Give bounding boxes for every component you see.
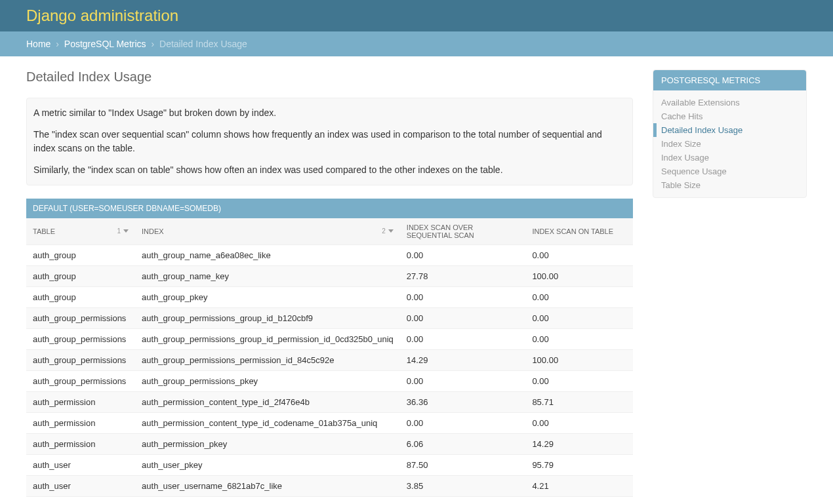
sort-priority: 1	[117, 227, 121, 235]
cell-scan_table: 14.29	[525, 434, 633, 455]
sidebar-item: Cache Hits	[653, 109, 806, 123]
breadcrumb-separator: ›	[56, 39, 59, 49]
cell-scan_table: 0.00	[525, 308, 633, 329]
table-row: auth_group_permissionsauth_group_permiss…	[26, 329, 633, 350]
cell-scan_table: 100.00	[525, 266, 633, 287]
cell-scan_table: 0.00	[525, 245, 633, 266]
cell-scan_seq: 87.50	[400, 455, 526, 476]
column-header-index[interactable]: INDEX 2	[135, 218, 400, 245]
sidebar-link[interactable]: Sequence Usage	[661, 166, 727, 176]
cell-table: auth_permission	[26, 413, 135, 434]
cell-table: auth_group_permissions	[26, 350, 135, 371]
sidebar-link[interactable]: Index Size	[661, 139, 701, 149]
breadcrumb-home[interactable]: Home	[26, 39, 51, 49]
table-row: auth_group_permissionsauth_group_permiss…	[26, 308, 633, 329]
sort-desc-icon	[123, 229, 129, 233]
sidebar-module: POSTGRESQL METRICS Available ExtensionsC…	[653, 69, 807, 198]
cell-table: auth_group_permissions	[26, 329, 135, 350]
cell-index: auth_group_permissions_pkey	[135, 371, 400, 392]
site-title[interactable]: Django administration	[26, 7, 178, 25]
sidebar-link[interactable]: Index Usage	[661, 153, 709, 163]
sort-indicator[interactable]: 1	[117, 227, 129, 235]
cell-table: auth_user	[26, 476, 135, 497]
cell-index: auth_user_username_6821ab7c_like	[135, 476, 400, 497]
cell-scan_table: 0.00	[525, 413, 633, 434]
table-row: auth_groupauth_group_name_key27.78100.00	[26, 266, 633, 287]
cell-index: auth_permission_content_type_id_codename…	[135, 413, 400, 434]
cell-index: auth_permission_content_type_id_2f476e4b	[135, 392, 400, 413]
cell-table: auth_group	[26, 266, 135, 287]
sidebar: POSTGRESQL METRICS Available ExtensionsC…	[653, 69, 807, 504]
sidebar-nav-list: Available ExtensionsCache HitsDetailed I…	[653, 90, 806, 197]
breadcrumb: Home › PostgreSQL Metrics › Detailed Ind…	[0, 31, 833, 56]
cell-table: auth_user	[26, 455, 135, 476]
sidebar-item: Table Size	[653, 178, 806, 192]
cell-scan_seq: 0.00	[400, 245, 526, 266]
sort-indicator[interactable]: 2	[382, 227, 394, 235]
cell-scan_table: 0.00	[525, 497, 633, 505]
cell-index: auth_group_permissions_group_id_permissi…	[135, 329, 400, 350]
breadcrumb-current: Detailed Index Usage	[159, 39, 247, 49]
sidebar-item: Available Extensions	[653, 96, 806, 109]
cell-index: auth_group_pkey	[135, 287, 400, 308]
results-caption: DEFAULT (USER=SOMEUSER DBNAME=SOMEDB)	[26, 199, 633, 218]
cell-table: auth_user	[26, 497, 135, 505]
column-header-table[interactable]: TABLE 1	[26, 218, 135, 245]
sidebar-title: POSTGRESQL METRICS	[653, 70, 806, 90]
sidebar-link[interactable]: Available Extensions	[661, 98, 740, 107]
table-row: auth_permissionauth_permission_content_t…	[26, 392, 633, 413]
cell-table: auth_permission	[26, 434, 135, 455]
column-header-label: INDEX	[142, 227, 164, 235]
help-paragraph: A metric similar to "Index Usage" but br…	[33, 106, 626, 120]
help-paragraph: Similarly, the "index scan on table" sho…	[33, 163, 626, 177]
sidebar-item: Index Usage	[653, 151, 806, 165]
page-title: Detailed Index Usage	[26, 69, 633, 85]
column-header-scan-seq[interactable]: INDEX SCAN OVER SEQUENTIAL SCAN	[400, 218, 526, 245]
header: Django administration	[0, 0, 833, 31]
table-row: auth_groupauth_group_pkey0.000.00	[26, 287, 633, 308]
sidebar-link[interactable]: Table Size	[661, 180, 701, 190]
cell-index: auth_user_username_key	[135, 497, 400, 505]
cell-scan_table: 95.79	[525, 455, 633, 476]
cell-table: auth_group	[26, 287, 135, 308]
cell-table: auth_group_permissions	[26, 308, 135, 329]
help-text: A metric similar to "Index Usage" but br…	[26, 98, 633, 185]
column-header-label: TABLE	[33, 227, 55, 235]
cell-scan_seq: 0.00	[400, 371, 526, 392]
column-header-scan-table[interactable]: INDEX SCAN ON TABLE	[525, 218, 633, 245]
sidebar-link[interactable]: Detailed Index Usage	[661, 125, 742, 135]
cell-table: auth_permission	[26, 392, 135, 413]
cell-scan_seq: 3.85	[400, 476, 526, 497]
cell-table: auth_group_permissions	[26, 371, 135, 392]
cell-scan_seq: 6.06	[400, 434, 526, 455]
table-row: auth_userauth_user_username_6821ab7c_lik…	[26, 476, 633, 497]
cell-index: auth_group_permissions_permission_id_84c…	[135, 350, 400, 371]
cell-scan_seq: 0.00	[400, 287, 526, 308]
cell-scan_seq: 27.78	[400, 266, 526, 287]
cell-index: auth_permission_pkey	[135, 434, 400, 455]
table-row: auth_groupauth_group_name_a6ea08ec_like0…	[26, 245, 633, 266]
cell-table: auth_group	[26, 245, 135, 266]
sort-priority: 2	[382, 227, 386, 235]
cell-scan_table: 85.71	[525, 392, 633, 413]
sidebar-item: Index Size	[653, 137, 806, 151]
cell-scan_table: 0.00	[525, 371, 633, 392]
cell-scan_table: 100.00	[525, 350, 633, 371]
cell-scan_table: 4.21	[525, 476, 633, 497]
table-row: auth_permissionauth_permission_pkey6.061…	[26, 434, 633, 455]
cell-scan_seq: 0.00	[400, 329, 526, 350]
sidebar-link[interactable]: Cache Hits	[661, 111, 703, 121]
cell-index: auth_group_name_a6ea08ec_like	[135, 245, 400, 266]
breadcrumb-section[interactable]: PostgreSQL Metrics	[64, 39, 146, 49]
cell-index: auth_user_pkey	[135, 455, 400, 476]
breadcrumb-separator: ›	[151, 39, 154, 49]
help-paragraph: The "index scan over sequential scan" co…	[33, 128, 626, 155]
sidebar-item: Detailed Index Usage	[653, 123, 806, 137]
cell-index: auth_group_name_key	[135, 266, 400, 287]
sidebar-item: Sequence Usage	[653, 165, 806, 178]
cell-scan_seq: 0.00	[400, 413, 526, 434]
cell-scan_table: 0.00	[525, 287, 633, 308]
cell-scan_seq: 14.29	[400, 350, 526, 371]
table-row: auth_group_permissionsauth_group_permiss…	[26, 350, 633, 371]
cell-scan_seq: 0.00	[400, 308, 526, 329]
